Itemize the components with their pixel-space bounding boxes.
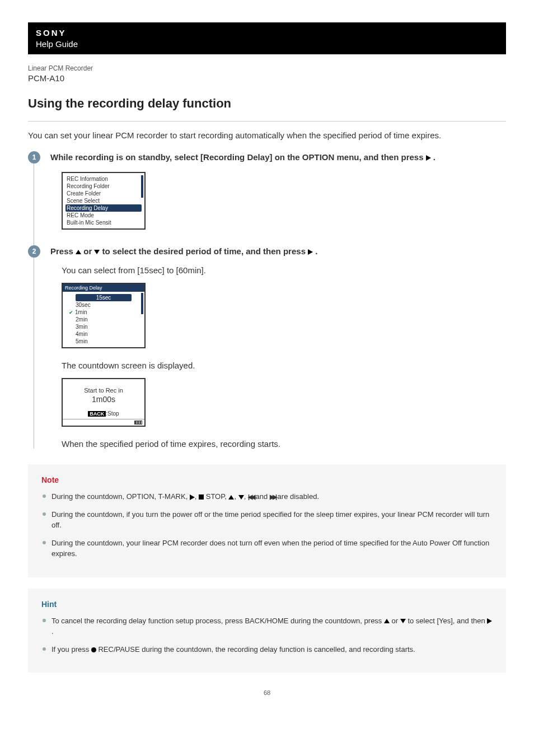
note-item: During the countdown, OPTION, T-MARK, , … bbox=[41, 491, 493, 502]
prev-track-icon: |◀◀ bbox=[248, 492, 254, 502]
note-list: During the countdown, OPTION, T-MARK, , … bbox=[41, 491, 493, 559]
play-icon bbox=[426, 155, 431, 161]
page-number: 68 bbox=[28, 689, 506, 696]
note-item: During the countdown, if you turn the po… bbox=[41, 509, 493, 531]
step-2-result: When the specified period of time expire… bbox=[62, 439, 506, 449]
option-item-checked: 1min bbox=[65, 309, 142, 316]
option-item: 2min bbox=[65, 316, 142, 323]
play-icon bbox=[190, 494, 195, 500]
delay-options-screenshot: Recording Delay 15sec 30sec 1min 2min 3m… bbox=[62, 283, 146, 348]
hint-box: Hint To cancel the recording delay funct… bbox=[28, 589, 506, 673]
option-item: 5min bbox=[65, 338, 142, 345]
note-title: Note bbox=[41, 475, 493, 484]
option-menu-screenshot: REC Information Recording Folder Create … bbox=[62, 172, 146, 230]
countdown-back-hint: BACK:Stop bbox=[63, 410, 144, 417]
hint-title: Hint bbox=[41, 600, 493, 609]
menu-item: Create Folder bbox=[65, 190, 142, 197]
scrollbar-thumb bbox=[141, 293, 143, 314]
step-1: 1 While recording is on standby, select … bbox=[28, 151, 506, 230]
down-icon bbox=[238, 495, 244, 500]
step-2: 2 Press or to select the desired period … bbox=[28, 245, 506, 449]
screen-title: Recording Delay bbox=[63, 284, 144, 292]
battery-icon bbox=[134, 421, 142, 424]
countdown-screenshot: Start to Rec in 1m00s BACK:Stop bbox=[62, 378, 146, 427]
option-item: 30sec bbox=[65, 301, 142, 309]
menu-item-selected: Recording Delay bbox=[65, 204, 142, 212]
countdown-label: Start to Rec in bbox=[63, 387, 144, 394]
menu-item: Built-in Mic Sensit bbox=[65, 219, 142, 226]
countdown-time: 1m00s bbox=[63, 395, 144, 404]
rec-icon bbox=[91, 647, 96, 652]
play-icon bbox=[487, 618, 492, 624]
option-item: 4min bbox=[65, 330, 142, 338]
header-bar: SONY Help Guide bbox=[28, 22, 506, 54]
note-box: Note During the countdown, OPTION, T-MAR… bbox=[28, 464, 506, 577]
down-icon bbox=[94, 250, 100, 254]
product-category: Linear PCM Recorder bbox=[28, 64, 506, 72]
hint-list: To cancel the recording delay function s… bbox=[41, 615, 493, 655]
option-item: 3min bbox=[65, 323, 142, 330]
menu-item: Scene Select bbox=[65, 197, 142, 204]
up-icon bbox=[384, 619, 390, 623]
brand-logo: SONY bbox=[36, 28, 498, 38]
steps-container: 1 While recording is on standby, select … bbox=[28, 151, 506, 449]
intro-text: You can set your linear PCM recorder to … bbox=[28, 130, 506, 140]
step-badge: 2 bbox=[28, 245, 40, 258]
help-guide-label: Help Guide bbox=[36, 39, 498, 49]
menu-item: REC Information bbox=[65, 175, 142, 183]
option-item-selected: 15sec bbox=[76, 294, 132, 301]
up-icon bbox=[76, 250, 81, 254]
separator bbox=[28, 121, 506, 122]
hint-item: To cancel the recording delay function s… bbox=[41, 615, 493, 637]
next-track-icon: ▶▶| bbox=[270, 492, 275, 502]
stop-icon bbox=[199, 494, 204, 500]
step-2-range: You can select from [15sec] to [60min]. bbox=[62, 265, 506, 275]
scrollbar-thumb bbox=[141, 175, 143, 198]
page-title: Using the recording delay function bbox=[28, 96, 506, 111]
down-icon bbox=[400, 619, 406, 623]
step-1-title: While recording is on standby, select [R… bbox=[50, 151, 506, 164]
note-item: During the countdown, your linear PCM re… bbox=[41, 538, 493, 559]
step-badge: 1 bbox=[28, 151, 40, 164]
hint-item: If you press REC/PAUSE during the countd… bbox=[41, 644, 493, 655]
screen-footer bbox=[63, 419, 144, 426]
menu-item: REC Mode bbox=[65, 212, 142, 219]
up-icon bbox=[228, 495, 234, 500]
countdown-intro: The countdown screen is displayed. bbox=[62, 361, 506, 370]
play-icon bbox=[308, 249, 313, 255]
menu-item: Recording Folder bbox=[65, 183, 142, 190]
model-number: PCM-A10 bbox=[28, 73, 506, 83]
step-2-title: Press or to select the desired period of… bbox=[50, 245, 506, 258]
